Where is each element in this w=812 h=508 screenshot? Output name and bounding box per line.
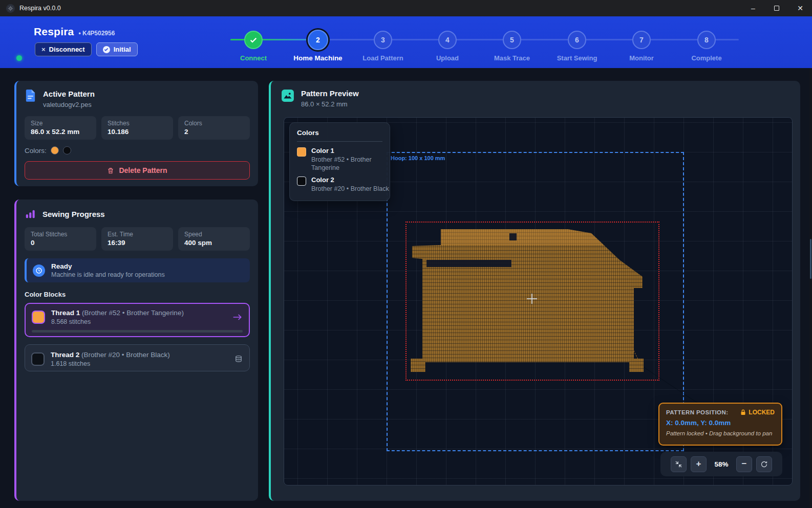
- stat-colors-label: Colors: [184, 120, 244, 127]
- step-circle-load-pattern[interactable]: 3: [374, 31, 392, 49]
- legend-swatch-1: [297, 147, 306, 157]
- step-circle-home-machine[interactable]: 2: [308, 30, 328, 50]
- stat-total-stitches-label: Total Stitches: [31, 231, 90, 238]
- pan-hint: Pattern locked • Drag background to pan: [666, 430, 775, 436]
- thread-2-stitches: 1.618 stitches: [51, 360, 170, 367]
- machine-serial: • K4P502956: [78, 30, 115, 37]
- embroidery-pattern[interactable]: [411, 229, 644, 372]
- stat-stitches-value: 10.186: [108, 128, 167, 136]
- active-pattern-title: Active Pattern: [43, 90, 95, 98]
- legend-title: Colors: [297, 129, 382, 137]
- legend-entry-color-2: Color 2 Brother #20 • Brother Black: [297, 176, 382, 193]
- step-circle-upload[interactable]: 4: [438, 31, 457, 49]
- stat-size: Size 86.0 x 52.2 mm: [25, 116, 96, 140]
- step-label-connect: Connect: [220, 54, 287, 62]
- close-button[interactable]: ✕: [788, 0, 812, 16]
- stat-size-value: 86.0 x 52.2 mm: [31, 128, 90, 136]
- pattern-gap: [426, 260, 511, 267]
- reset-view-button[interactable]: [756, 456, 772, 472]
- step-label-complete: Complete: [673, 54, 740, 62]
- locked-text: LOCKED: [749, 409, 775, 416]
- initial-button[interactable]: Initial: [96, 42, 138, 56]
- clock-icon: [33, 264, 45, 277]
- thread-1-swatch: [32, 311, 45, 324]
- sewing-progress-title: Sewing Progress: [42, 210, 105, 218]
- legend-desc-1: Brother #52 • Brother Tangerine: [311, 156, 383, 172]
- step-circle-monitor[interactable]: 7: [632, 31, 651, 49]
- preview-title: Pattern Preview: [301, 89, 359, 98]
- file-icon: [25, 90, 36, 103]
- stat-stitches-label: Stitches: [108, 120, 167, 127]
- step-circle-complete[interactable]: 8: [697, 31, 716, 49]
- step-label-upload: Upload: [414, 54, 481, 62]
- step-label-load-pattern: Load Pattern: [350, 54, 416, 62]
- thread-1-stitches: 8.568 stitches: [51, 318, 184, 325]
- thread-1-title: Thread 1: [51, 309, 80, 317]
- header-buttons: × Disconnect Initial: [35, 42, 138, 56]
- check-icon: [249, 36, 258, 44]
- zoom-level: 58%: [711, 460, 732, 468]
- step-label-mask-trace: Mask Trace: [479, 54, 545, 62]
- brand-row: Respira • K4P502956: [34, 26, 115, 38]
- stat-stitches: Stitches 10.186: [101, 116, 173, 140]
- thread-1-meta: (Brother #52 • Brother Tangerine): [82, 309, 184, 317]
- zoom-in-button[interactable]: +: [691, 456, 707, 472]
- stat-speed-value: 400 spm: [184, 239, 244, 247]
- delete-pattern-button[interactable]: Delete Pattern: [25, 161, 250, 180]
- connection-status-dot: [16, 55, 22, 61]
- color-blocks-label: Color Blocks: [25, 291, 250, 298]
- thread-1-block[interactable]: Thread 1 (Brother #52 • Brother Tangerin…: [25, 303, 250, 337]
- pattern-position-overlay: PATTERN POSITION: LOCKED X: 0.0mm, Y: 0.…: [658, 403, 782, 446]
- minimize-button[interactable]: –: [741, 0, 765, 16]
- legend-divider: [297, 141, 382, 142]
- window-title: Respira v0.0.0: [19, 5, 61, 12]
- thread-2-title: Thread 2: [51, 351, 79, 359]
- pattern-canvas[interactable]: Hoop: 100 x 100 mm Colors: [284, 117, 793, 485]
- scrollbar-track[interactable]: [809, 16, 812, 508]
- collapse-icon: [675, 460, 682, 468]
- pattern-colors-row: Colors:: [25, 146, 250, 154]
- zoom-out-button[interactable]: −: [736, 456, 752, 472]
- check-circle-icon: [103, 46, 110, 53]
- stat-colors-value: 2: [184, 128, 244, 136]
- step-circle-connect[interactable]: [244, 31, 263, 49]
- window-controls: – ✕: [741, 0, 812, 16]
- step-label-monitor: Monitor: [608, 54, 675, 62]
- pattern-coordinates: X: 0.0mm, Y: 0.0mm: [666, 419, 775, 427]
- thread-1-progress-bar: [32, 330, 243, 333]
- step-circle-start-sewing[interactable]: 6: [568, 31, 586, 49]
- colors-legend: Colors Color 1 Brother #52 • Brother Tan…: [289, 122, 390, 201]
- legend-entry-color-1: Color 1 Brother #52 • Brother Tangerine: [297, 147, 382, 172]
- status-title: Ready: [51, 262, 165, 270]
- pattern-colors-label: Colors:: [25, 147, 47, 154]
- legend-name-2: Color 2: [311, 176, 393, 184]
- disconnect-button[interactable]: × Disconnect: [35, 42, 92, 56]
- legend-name-1: Color 1: [311, 147, 383, 154]
- maximize-button[interactable]: [765, 0, 788, 16]
- refresh-icon: [760, 460, 768, 468]
- brand-name: Respira: [34, 26, 74, 38]
- stat-speed-label: Speed: [184, 231, 244, 238]
- pattern-position-label: PATTERN POSITION:: [666, 409, 728, 415]
- pattern-stats: Size 86.0 x 52.2 mm Stitches 10.186 Colo…: [25, 116, 250, 140]
- app-logo-icon: [6, 4, 15, 13]
- workflow-stepper: Connect 2 Home Machine 3 Load Pattern 4 …: [225, 16, 758, 68]
- pattern-filename: valetudogv2.pes: [43, 101, 95, 108]
- image-icon: [281, 89, 294, 102]
- titlebar: Respira v0.0.0 – ✕: [0, 0, 812, 16]
- step-circle-mask-trace[interactable]: 5: [503, 31, 521, 49]
- stat-est-time-value: 16:39: [108, 239, 167, 247]
- status-detail: Machine is idle and ready for operations: [51, 271, 165, 278]
- color-swatch-2: [63, 146, 71, 154]
- disconnect-label: Disconnect: [49, 46, 85, 53]
- bar-chart-icon: [25, 208, 36, 219]
- thread-1-name: Thread 1 (Brother #52 • Brother Tangerin…: [51, 309, 184, 317]
- pattern-preview-card: Pattern Preview 86.0 × 52.2 mm Hoop: 100…: [269, 81, 800, 501]
- scrollbar-thumb[interactable]: [810, 239, 811, 279]
- stat-speed: Speed 400 spm: [178, 227, 250, 251]
- fit-to-view-button[interactable]: [671, 456, 687, 472]
- locked-badge: LOCKED: [740, 409, 775, 416]
- thread-2-block[interactable]: Thread 2 (Brother #20 • Brother Black) 1…: [25, 344, 250, 371]
- stat-total-stitches-value: 0: [31, 239, 90, 247]
- maximize-icon: [774, 6, 779, 11]
